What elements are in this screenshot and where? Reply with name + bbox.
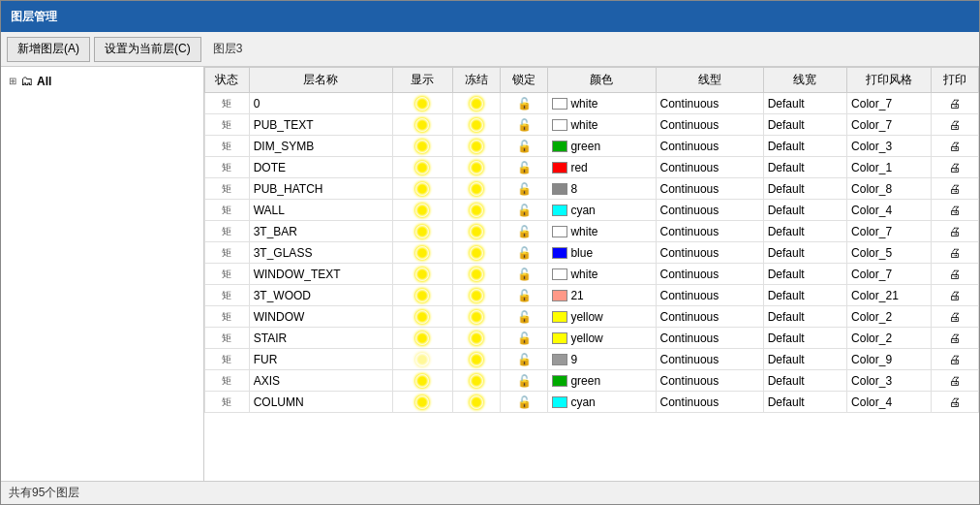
cell-display[interactable] (392, 306, 452, 328)
cell-print[interactable]: 🖨 (931, 93, 978, 114)
cell-print-style[interactable]: Color_3 (847, 370, 931, 392)
cell-layer-name[interactable]: DOTE (249, 157, 392, 178)
cell-lock[interactable]: 🔓 (501, 392, 548, 413)
table-row[interactable]: 矩DIM_SYMB🔓greenContinuousDefaultColor_3🖨 (205, 136, 979, 157)
cell-color[interactable]: green (548, 136, 656, 157)
col-header-linetype[interactable]: 线型 (656, 68, 763, 93)
cell-layer-name[interactable]: 0 (249, 93, 392, 114)
cell-freeze[interactable] (452, 178, 500, 200)
cell-linetype[interactable]: Continuous (656, 349, 763, 370)
cell-print[interactable]: 🖨 (931, 200, 978, 221)
cell-freeze[interactable] (452, 306, 500, 328)
cell-print-style[interactable]: Color_8 (847, 178, 931, 200)
cell-layer-name[interactable]: WALL (249, 200, 392, 221)
cell-linewidth[interactable]: Default (763, 328, 846, 349)
cell-layer-name[interactable]: 3T_BAR (249, 221, 392, 242)
cell-linewidth[interactable]: Default (763, 392, 846, 413)
cell-print[interactable]: 🖨 (931, 114, 978, 136)
cell-layer-name[interactable]: WINDOW_TEXT (249, 264, 392, 285)
cell-layer-name[interactable]: PUB_TEXT (249, 114, 392, 136)
cell-print-style[interactable]: Color_2 (847, 306, 931, 328)
set-current-button[interactable]: 设置为当前层(C) (94, 37, 201, 62)
cell-freeze[interactable] (452, 200, 500, 221)
cell-color[interactable]: white (548, 264, 656, 285)
table-row[interactable]: 矩FUR🔓9ContinuousDefaultColor_9🖨 (205, 349, 979, 370)
cell-display[interactable] (392, 392, 452, 413)
sidebar[interactable]: ⊞ 🗂 All (1, 67, 204, 481)
col-header-display[interactable]: 显示 (392, 68, 452, 93)
cell-lock[interactable]: 🔓 (501, 349, 548, 370)
cell-linewidth[interactable]: Default (763, 285, 846, 306)
cell-color[interactable]: cyan (548, 200, 656, 221)
cell-layer-name[interactable]: FUR (249, 349, 392, 370)
cell-lock[interactable]: 🔓 (501, 285, 548, 306)
cell-color[interactable]: yellow (548, 306, 656, 328)
cell-linetype[interactable]: Continuous (656, 242, 763, 264)
table-row[interactable]: 矩3T_BAR🔓whiteContinuousDefaultColor_7🖨 (205, 221, 979, 242)
col-header-color[interactable]: 颜色 (548, 68, 656, 93)
cell-print-style[interactable]: Color_2 (847, 328, 931, 349)
cell-display[interactable] (392, 221, 452, 242)
cell-print-style[interactable]: Color_5 (847, 242, 931, 264)
cell-freeze[interactable] (452, 221, 500, 242)
cell-display[interactable] (392, 178, 452, 200)
cell-print[interactable]: 🖨 (931, 221, 978, 242)
cell-linewidth[interactable]: Default (763, 136, 846, 157)
cell-color[interactable]: yellow (548, 328, 656, 349)
cell-lock[interactable]: 🔓 (501, 264, 548, 285)
cell-print-style[interactable]: Color_7 (847, 221, 931, 242)
cell-print[interactable]: 🖨 (931, 392, 978, 413)
cell-color[interactable]: white (548, 114, 656, 136)
cell-linewidth[interactable]: Default (763, 200, 846, 221)
cell-freeze[interactable] (452, 370, 500, 392)
cell-color[interactable]: 21 (548, 285, 656, 306)
expand-icon[interactable]: ⊞ (9, 76, 16, 86)
cell-print[interactable]: 🖨 (931, 285, 978, 306)
cell-layer-name[interactable]: 3T_GLASS (249, 242, 392, 264)
cell-color[interactable]: blue (548, 242, 656, 264)
cell-color[interactable]: green (548, 370, 656, 392)
cell-print[interactable]: 🖨 (931, 264, 978, 285)
cell-linetype[interactable]: Continuous (656, 114, 763, 136)
cell-display[interactable] (392, 264, 452, 285)
cell-linetype[interactable]: Continuous (656, 221, 763, 242)
cell-display[interactable] (392, 285, 452, 306)
cell-color[interactable]: white (548, 221, 656, 242)
col-header-linewidth[interactable]: 线宽 (763, 68, 846, 93)
cell-lock[interactable]: 🔓 (501, 136, 548, 157)
cell-print[interactable]: 🖨 (931, 370, 978, 392)
add-layer-button[interactable]: 新增图层(A) (7, 37, 90, 62)
cell-freeze[interactable] (452, 157, 500, 178)
cell-color[interactable]: 8 (548, 178, 656, 200)
cell-print-style[interactable]: Color_7 (847, 264, 931, 285)
cell-lock[interactable]: 🔓 (501, 306, 548, 328)
cell-freeze[interactable] (452, 242, 500, 264)
cell-print-style[interactable]: Color_1 (847, 157, 931, 178)
cell-linewidth[interactable]: Default (763, 242, 846, 264)
cell-print-style[interactable]: Color_4 (847, 200, 931, 221)
cell-linetype[interactable]: Continuous (656, 93, 763, 114)
cell-freeze[interactable] (452, 114, 500, 136)
cell-linetype[interactable]: Continuous (656, 200, 763, 221)
cell-lock[interactable]: 🔓 (501, 200, 548, 221)
cell-display[interactable] (392, 93, 452, 114)
cell-linetype[interactable]: Continuous (656, 370, 763, 392)
cell-lock[interactable]: 🔓 (501, 178, 548, 200)
table-row[interactable]: 矩3T_WOOD🔓21ContinuousDefaultColor_21🖨 (205, 285, 979, 306)
table-row[interactable]: 矩0🔓whiteContinuousDefaultColor_7🖨 (205, 93, 979, 114)
cell-print[interactable]: 🖨 (931, 178, 978, 200)
cell-print-style[interactable]: Color_7 (847, 93, 931, 114)
cell-layer-name[interactable]: PUB_HATCH (249, 178, 392, 200)
cell-layer-name[interactable]: AXIS (249, 370, 392, 392)
layer-table-area[interactable]: 状态 层名称 显示 冻结 锁定 颜色 线型 线宽 打印风格 打印 矩0🔓whit… (204, 67, 979, 481)
col-header-name[interactable]: 层名称 (249, 68, 392, 93)
cell-linetype[interactable]: Continuous (656, 178, 763, 200)
cell-display[interactable] (392, 157, 452, 178)
cell-print[interactable]: 🖨 (931, 328, 978, 349)
col-header-lock[interactable]: 锁定 (501, 68, 548, 93)
cell-linewidth[interactable]: Default (763, 349, 846, 370)
cell-display[interactable] (392, 200, 452, 221)
cell-freeze[interactable] (452, 328, 500, 349)
col-header-print[interactable]: 打印 (931, 68, 978, 93)
cell-display[interactable] (392, 328, 452, 349)
